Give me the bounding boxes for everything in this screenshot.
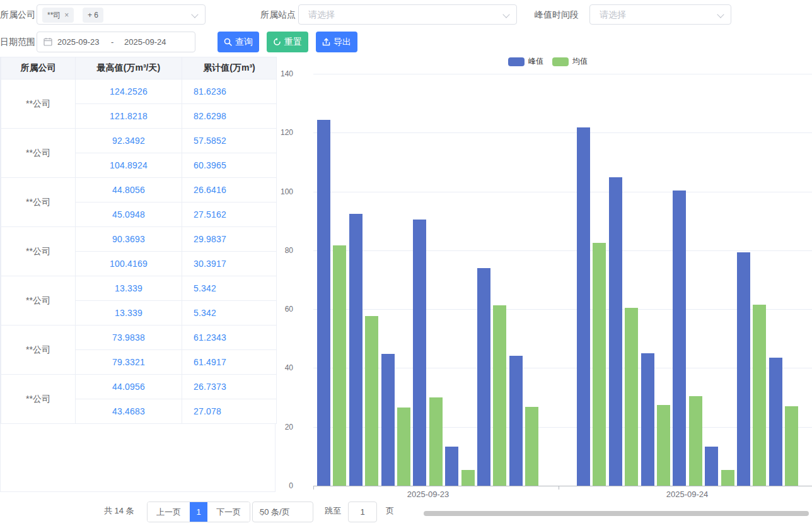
legend-item-avg[interactable]: 均值 [552,56,588,67]
jump-page-input[interactable]: 1 [348,502,377,522]
y-axis-label: 140 [255,69,293,78]
gridline [313,74,812,74]
date-range-picker[interactable]: 2025-09-23 - 2025-09-24 [37,32,195,52]
avg-legend-label: 均值 [572,56,588,67]
y-axis-label: 20 [255,423,293,431]
y-axis-label: 80 [255,246,293,255]
table-row: **公司44.095626.7373 [1,375,277,399]
horizontal-scrollbar[interactable] [424,511,809,516]
company-tag[interactable]: **司× [42,8,74,23]
peak-bar [317,120,330,486]
chevron-down-icon [717,11,724,18]
peak-value-statistics-page: 所属公司 **司× + 6 所属站点 请选择 峰值时间段 请选择 日期范围 20… [0,0,812,528]
max-value-cell: 100.4169 [76,252,182,276]
company-more-tag[interactable]: + 6 [83,8,103,23]
peak-bar [641,353,654,486]
prev-page-button[interactable]: 上一页 [148,502,190,522]
max-value-cell: 73.9838 [76,326,182,350]
avg-bar [429,397,443,486]
company-cell: **公司 [1,227,76,276]
total-value-cell: 82.6298 [182,104,277,129]
avg-bar [625,308,638,486]
peak-bar [349,214,362,486]
export-button-label: 导出 [334,37,351,48]
next-page-button[interactable]: 下一页 [207,502,250,522]
max-value-cell: 44.0956 [76,375,182,399]
company-cell: **公司 [1,326,76,375]
company-select[interactable]: **司× + 6 [37,4,206,25]
peak-bar [445,447,458,486]
refresh-icon [273,38,281,46]
max-value-cell: 44.8056 [76,178,182,202]
company-stats-table: 所属公司 最高值(万m³/天) 累计值(万m³) **公司124.252681.… [0,57,276,492]
x-axis-tick [313,486,314,490]
gridline [313,192,812,192]
col-header-max: 最高值(万m³/天) [76,57,182,79]
table-row: **公司44.805626.6416 [1,178,277,202]
y-axis-label: 120 [255,128,293,137]
max-value-cell: 13.339 [76,276,182,301]
page-unit-label: 页 [386,505,394,517]
reset-button-label: 重置 [284,37,302,48]
jump-to-label: 跳至 [325,505,341,517]
max-value-cell: 104.8924 [76,153,182,178]
table-row: **公司90.369329.9837 [1,227,277,252]
date-end[interactable]: 2025-09-24 [124,32,166,52]
company-filter-label: 所属公司 [0,5,35,24]
gridline [313,132,812,133]
table-row: **公司13.3395.342 [1,276,277,301]
col-header-company: 所属公司 [1,57,76,79]
date-start[interactable]: 2025-09-23 [57,32,100,52]
avg-bar [365,316,378,486]
export-icon [322,38,330,46]
peak-bar [705,447,718,486]
total-value-cell: 60.3965 [182,153,277,178]
avg-bar [397,408,410,486]
peak-period-filter-label: 峰值时间段 [535,5,583,24]
peak-bar [381,354,395,486]
peak-bar [577,127,590,486]
total-value-cell: 27.5162 [182,202,277,227]
table-row: **公司124.252681.6236 [1,79,277,104]
max-value-cell: 121.8218 [76,104,182,129]
station-select[interactable]: 请选择 [298,4,517,25]
query-button[interactable]: 查询 [218,32,259,52]
max-value-cell: 124.2526 [76,79,182,104]
total-value-cell: 81.6236 [182,79,277,104]
current-page-button[interactable]: 1 [190,502,207,522]
max-value-cell: 45.0948 [76,202,182,227]
reset-button[interactable]: 重置 [267,32,308,52]
table-row: **公司92.349257.5852 [1,129,277,153]
export-button[interactable]: 导出 [316,32,357,52]
peak-period-placeholder: 请选择 [600,5,626,24]
x-axis-label: 2025-09-23 [390,490,466,499]
station-placeholder: 请选择 [308,5,335,24]
y-axis-label: 60 [255,305,293,314]
company-cell: **公司 [1,375,76,424]
peak-bar [769,358,782,486]
avg-bar [657,405,670,486]
tag-close-icon[interactable]: × [64,11,69,20]
date-separator: - [111,32,113,52]
search-icon [224,38,232,46]
pagination-group: 上一页 1 下一页 [147,502,250,522]
y-axis-label: 100 [255,187,293,196]
total-value-cell: 5.342 [182,276,277,301]
max-value-cell: 92.3492 [76,129,182,153]
legend-item-peak[interactable]: 峰值 [508,56,543,67]
query-button-label: 查询 [235,37,253,48]
page-size-select[interactable]: 50 条/页 [252,502,313,522]
total-value-cell: 61.2343 [182,326,277,350]
avg-bar [333,245,346,486]
max-value-cell: 43.4683 [76,399,182,424]
peak-legend-label: 峰值 [528,56,543,67]
peak-period-select[interactable]: 请选择 [589,4,731,25]
total-value-cell: 26.7373 [182,375,277,399]
company-cell: **公司 [1,79,76,129]
peak-bar [673,191,686,486]
max-value-cell: 79.3321 [76,350,182,375]
peak-bar [509,356,523,486]
avg-bar [753,305,766,486]
avg-bar [689,396,702,486]
avg-bar [525,407,538,486]
